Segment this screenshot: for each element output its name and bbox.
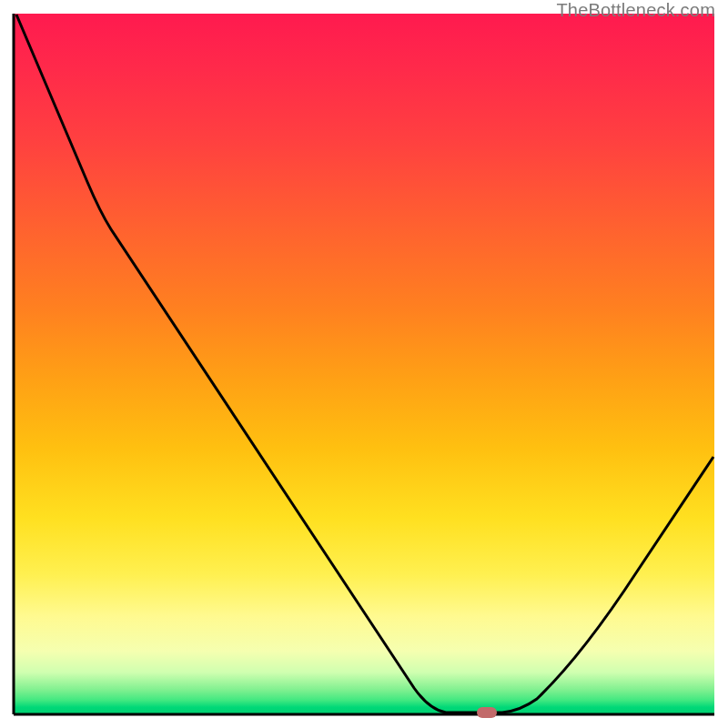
bottleneck-curve <box>16 15 713 713</box>
axes <box>14 14 714 714</box>
optimal-point-marker <box>477 707 497 718</box>
chart-svg <box>0 0 728 728</box>
bottleneck-chart: TheBottleneck.com <box>0 0 728 728</box>
